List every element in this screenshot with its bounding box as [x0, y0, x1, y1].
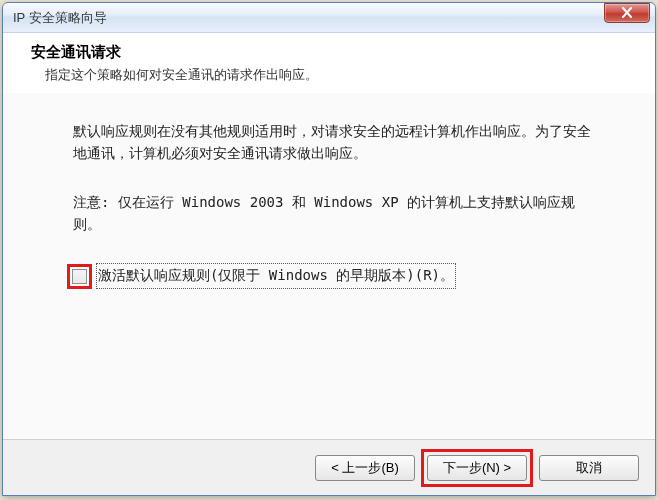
- activate-default-rule-checkbox[interactable]: [72, 269, 87, 284]
- footer-bar: < 上一步(B) 下一步(N) > 取消: [3, 439, 655, 495]
- content-area: 默认响应规则在没有其他规则适用时，对请求安全的远程计算机作出响应。为了安全地通讯…: [3, 93, 655, 438]
- banner-subtitle: 指定这个策略如何对安全通讯的请求作出响应。: [45, 66, 633, 84]
- banner-title: 安全通讯请求: [31, 43, 633, 62]
- wizard-window: IP 安全策略向导 安全通讯请求 指定这个策略如何对安全通讯的请求作出响应。 默…: [2, 2, 656, 496]
- highlight-checkbox: [67, 264, 92, 289]
- default-response-rule-row: 激活默认响应规则(仅限于 Windows 的早期版本)(R)。: [67, 264, 595, 289]
- next-button[interactable]: 下一步(N) >: [427, 455, 527, 481]
- titlebar: IP 安全策略向导: [3, 3, 655, 33]
- back-button[interactable]: < 上一步(B): [315, 455, 415, 481]
- window-title: IP 安全策略向导: [13, 9, 604, 27]
- cancel-button[interactable]: 取消: [539, 455, 639, 481]
- paragraph-description: 默认响应规则在没有其他规则适用时，对请求安全的远程计算机作出响应。为了安全地通讯…: [73, 121, 595, 164]
- banner: 安全通讯请求 指定这个策略如何对安全通讯的请求作出响应。: [3, 33, 655, 92]
- close-icon: [621, 7, 633, 18]
- checkbox-label[interactable]: 激活默认响应规则(仅限于 Windows 的早期版本)(R)。: [98, 265, 454, 287]
- close-button[interactable]: [604, 3, 650, 23]
- paragraph-note: 注意: 仅在运行 Windows 2003 和 Windows XP 的计算机上…: [73, 192, 595, 235]
- highlight-next: 下一步(N) >: [421, 449, 533, 487]
